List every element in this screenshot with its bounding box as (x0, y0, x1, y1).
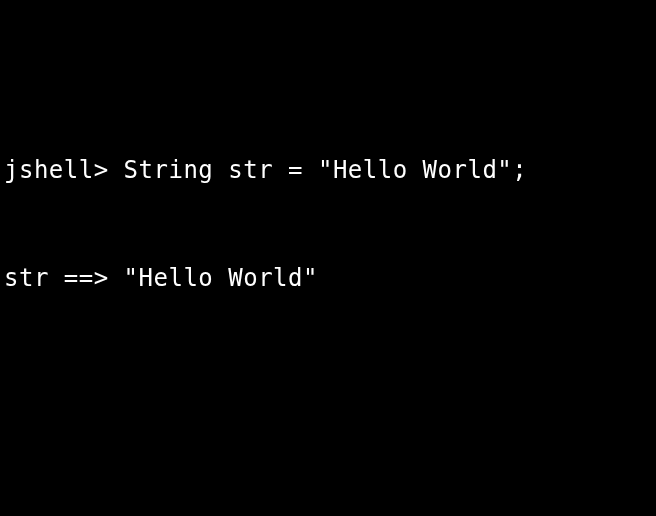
output-prefix: str ==> (4, 264, 124, 292)
prompt: jshell> (4, 156, 124, 184)
jshell-block: jshell> String str = "Hello World"; str … (4, 80, 652, 368)
jshell-block: jshell> str.lastIndexOf('l', 7) $52 ==> … (4, 476, 652, 516)
terminal-output: jshell> String str = "Hello World"; str … (4, 8, 652, 516)
command: String str = "Hello World"; (124, 156, 528, 184)
output-value: "Hello World" (124, 264, 318, 292)
input-line: jshell> String str = "Hello World"; (4, 152, 652, 188)
output-line: str ==> "Hello World" (4, 260, 652, 296)
